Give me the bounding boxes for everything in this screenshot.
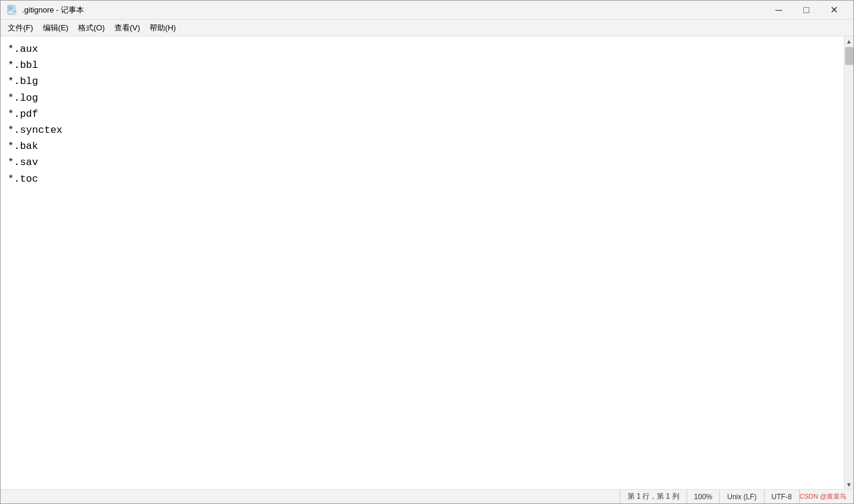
close-button[interactable]: ✕ <box>820 1 847 20</box>
window-title: .gitignore - 记事本 <box>22 5 765 15</box>
svg-rect-4 <box>13 10 16 14</box>
window-controls: ─ □ ✕ <box>765 1 847 20</box>
menu-bar: 文件(F) 编辑(E) 格式(O) 查看(V) 帮助(H) <box>1 20 853 36</box>
svg-rect-2 <box>8 8 13 9</box>
menu-format[interactable]: 格式(O) <box>73 20 110 36</box>
scrollbar[interactable]: ▲ ▼ <box>844 36 853 489</box>
menu-view[interactable]: 查看(V) <box>110 20 145 36</box>
status-bar: 第 1 行，第 1 列 100% Unix (LF) UTF-8 CSDN @黄… <box>1 489 853 503</box>
maximize-button[interactable]: □ <box>793 1 820 20</box>
status-zoom: 100% <box>687 490 721 503</box>
status-encoding: UTF-8 <box>765 490 800 503</box>
svg-rect-1 <box>8 7 13 8</box>
scroll-up-arrow[interactable]: ▲ <box>844 36 854 46</box>
minimize-button[interactable]: ─ <box>765 1 793 20</box>
status-line-ending: Unix (LF) <box>720 490 764 503</box>
notepad-window: .gitignore - 记事本 ─ □ ✕ 文件(F) 编辑(E) 格式(O)… <box>0 0 854 504</box>
menu-file[interactable]: 文件(F) <box>3 20 38 36</box>
status-position: 第 1 行，第 1 列 <box>620 490 687 503</box>
editor-area: *.aux *.bbl *.blg *.log *.pdf *.synctex … <box>1 36 853 489</box>
title-bar: .gitignore - 记事本 ─ □ ✕ <box>1 1 853 20</box>
watermark: CSDN @黄菜鸟 <box>800 492 849 501</box>
svg-rect-3 <box>8 10 12 11</box>
status-spacer <box>5 490 620 503</box>
scroll-thumb[interactable] <box>845 47 853 65</box>
app-icon <box>7 5 17 15</box>
menu-edit[interactable]: 编辑(E) <box>38 20 73 36</box>
menu-help[interactable]: 帮助(H) <box>145 20 181 36</box>
scroll-down-arrow[interactable]: ▼ <box>844 480 854 489</box>
text-editor[interactable]: *.aux *.bbl *.blg *.log *.pdf *.synctex … <box>1 36 844 489</box>
